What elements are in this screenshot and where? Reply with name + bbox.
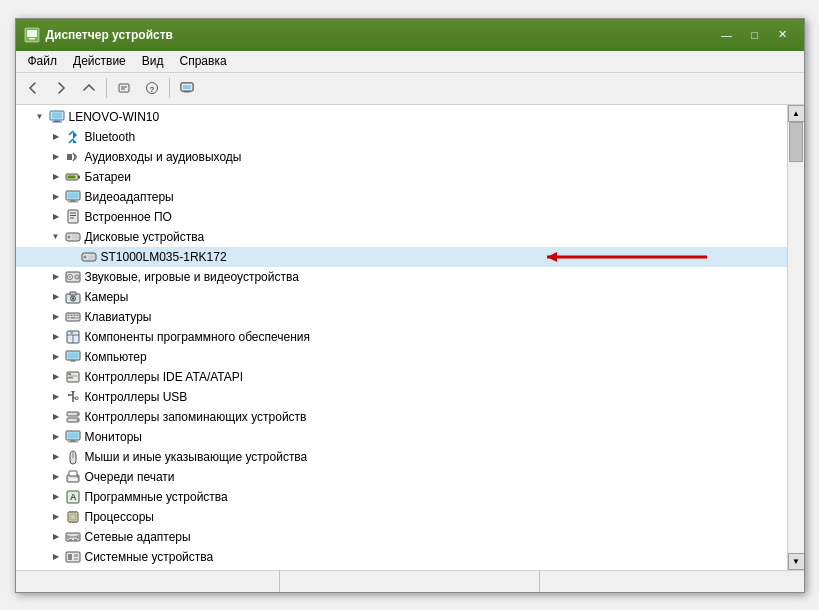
- svg-text:?: ?: [149, 85, 154, 94]
- scrollbar-vertical[interactable]: ▲ ▼: [787, 105, 804, 570]
- maximize-button[interactable]: □: [742, 25, 768, 45]
- forward-button[interactable]: [48, 76, 74, 100]
- svg-rect-16: [67, 154, 72, 160]
- tree-item-cpu[interactable]: ▶ Процессоры: [16, 507, 787, 527]
- tree-item-ide[interactable]: ▶ Контроллеры IDE ATA/ATAPI: [16, 367, 787, 387]
- svg-rect-85: [69, 471, 77, 476]
- svg-rect-63: [70, 360, 75, 361]
- svg-rect-13: [52, 112, 62, 118]
- audio-expand[interactable]: ▶: [48, 149, 64, 165]
- tree-item-camera[interactable]: ▶ Камеры: [16, 287, 787, 307]
- storage-ctrl-expand[interactable]: ▶: [48, 409, 64, 425]
- title-bar: Диспетчер устройств — □ ✕: [16, 19, 804, 51]
- menu-help[interactable]: Справка: [172, 52, 235, 70]
- scroll-down-button[interactable]: ▼: [788, 553, 804, 570]
- svg-rect-107: [74, 558, 78, 560]
- svg-rect-66: [68, 373, 71, 375]
- sound-expand[interactable]: ▶: [48, 269, 64, 285]
- cpu-label: Процессоры: [85, 510, 155, 524]
- app-icon: [24, 27, 40, 43]
- tree-item-programs[interactable]: ▶ A Программные устройства: [16, 487, 787, 507]
- svg-rect-70: [68, 394, 71, 396]
- svg-point-48: [72, 297, 74, 299]
- disk-child-icon: [80, 248, 98, 266]
- minimize-button[interactable]: —: [714, 25, 740, 45]
- battery-expand[interactable]: ▶: [48, 169, 64, 185]
- scroll-thumb[interactable]: [789, 122, 803, 162]
- disk-expand[interactable]: ▼: [48, 229, 64, 245]
- tree-item-software-comp[interactable]: ▶ ⚙ Компоненты программного обеспечения: [16, 327, 787, 347]
- computer-expand[interactable]: ▶: [48, 349, 64, 365]
- svg-rect-18: [78, 175, 80, 178]
- programs-label: Программные устройства: [85, 490, 228, 504]
- back-button[interactable]: [20, 76, 46, 100]
- status-bar: [16, 570, 804, 592]
- close-button[interactable]: ✕: [770, 25, 796, 45]
- system-dev-expand[interactable]: ▶: [48, 549, 64, 565]
- tree-item-print[interactable]: ▶ Очереди печати: [16, 467, 787, 487]
- toolbar-separator: [106, 78, 107, 98]
- tree-item-sound[interactable]: ▶ Звуковые, игровые и видеоустройства: [16, 267, 787, 287]
- network-expand[interactable]: ▶: [48, 529, 64, 545]
- svg-point-77: [76, 419, 78, 421]
- tree-item-network[interactable]: ▶ Сетевые адаптеры: [16, 527, 787, 547]
- cpu-expand[interactable]: ▶: [48, 509, 64, 525]
- root-expand[interactable]: ▼: [32, 109, 48, 125]
- up-button[interactable]: [76, 76, 102, 100]
- svg-rect-86: [69, 478, 77, 480]
- properties-button[interactable]: [111, 76, 137, 100]
- bluetooth-expand[interactable]: ▶: [48, 129, 64, 145]
- ide-expand[interactable]: ▶: [48, 369, 64, 385]
- menu-file[interactable]: Файл: [20, 52, 66, 70]
- svg-point-87: [76, 476, 78, 478]
- menu-view[interactable]: Вид: [134, 52, 172, 70]
- storage-ctrl-icon: [64, 408, 82, 426]
- svg-point-29: [67, 235, 70, 238]
- tree-item-system-dev[interactable]: ▶ Системные устройства: [16, 547, 787, 567]
- tree-item-keyboard[interactable]: ▶ Клавиатуры: [16, 307, 787, 327]
- scroll-track[interactable]: [788, 122, 804, 553]
- tree-item-bluetooth[interactable]: ▶ Bluetooth: [16, 127, 787, 147]
- software-comp-expand[interactable]: ▶: [48, 329, 64, 345]
- main-area: ▼ LENOVO-WIN10 ▶: [16, 105, 804, 570]
- toolbar: ?: [16, 73, 804, 105]
- display-expand[interactable]: ▶: [48, 189, 64, 205]
- keyboard-expand[interactable]: ▶: [48, 309, 64, 325]
- tree-item-audio[interactable]: ▶ Аудиовходы и аудиовыходы: [16, 147, 787, 167]
- status-pane-3: [540, 571, 799, 592]
- tree-item-disk[interactable]: ▼ Дисковые устройства: [16, 227, 787, 247]
- usb-expand[interactable]: ▶: [48, 389, 64, 405]
- svg-point-44: [76, 276, 78, 278]
- tree-item-mice[interactable]: ▶ Мыши и иные указывающие устройства: [16, 447, 787, 467]
- sound-icon: [64, 268, 82, 286]
- device-tree[interactable]: ▼ LENOVO-WIN10 ▶: [16, 105, 787, 570]
- mice-expand[interactable]: ▶: [48, 449, 64, 465]
- scroll-up-button[interactable]: ▲: [788, 105, 804, 122]
- firmware-expand[interactable]: ▶: [48, 209, 64, 225]
- svg-rect-80: [70, 440, 75, 441]
- help-button[interactable]: ?: [139, 76, 165, 100]
- mice-icon: [64, 448, 82, 466]
- tree-item-storage-ctrl[interactable]: ▶ Контроллеры запоминающих устройств: [16, 407, 787, 427]
- svg-text:⚙: ⚙: [69, 330, 73, 335]
- window-controls: — □ ✕: [714, 25, 796, 45]
- menu-action[interactable]: Действие: [65, 52, 134, 70]
- tree-item-display[interactable]: ▶ Видеоадаптеры: [16, 187, 787, 207]
- programs-expand[interactable]: ▶: [48, 489, 64, 505]
- tree-root[interactable]: ▼ LENOVO-WIN10: [16, 107, 787, 127]
- svg-rect-52: [73, 314, 75, 316]
- computer-button[interactable]: [174, 76, 200, 100]
- tree-item-monitors[interactable]: ▶ Мониторы: [16, 427, 787, 447]
- camera-expand[interactable]: ▶: [48, 289, 64, 305]
- battery-label: Батареи: [85, 170, 131, 184]
- svg-rect-2: [29, 38, 35, 40]
- monitors-expand[interactable]: ▶: [48, 429, 64, 445]
- tree-item-computer[interactable]: ▶ Компьютер: [16, 347, 787, 367]
- tree-item-battery[interactable]: ▶ Батареи: [16, 167, 787, 187]
- tree-item-usb[interactable]: ▶ Контроллеры USB: [16, 387, 787, 407]
- svg-point-83: [72, 455, 74, 458]
- print-expand[interactable]: ▶: [48, 469, 64, 485]
- tree-item-disk-child[interactable]: ▶ ST1000LM035-1RK172: [16, 247, 787, 267]
- system-dev-icon: [64, 548, 82, 566]
- tree-item-firmware[interactable]: ▶ Встроенное ПО: [16, 207, 787, 227]
